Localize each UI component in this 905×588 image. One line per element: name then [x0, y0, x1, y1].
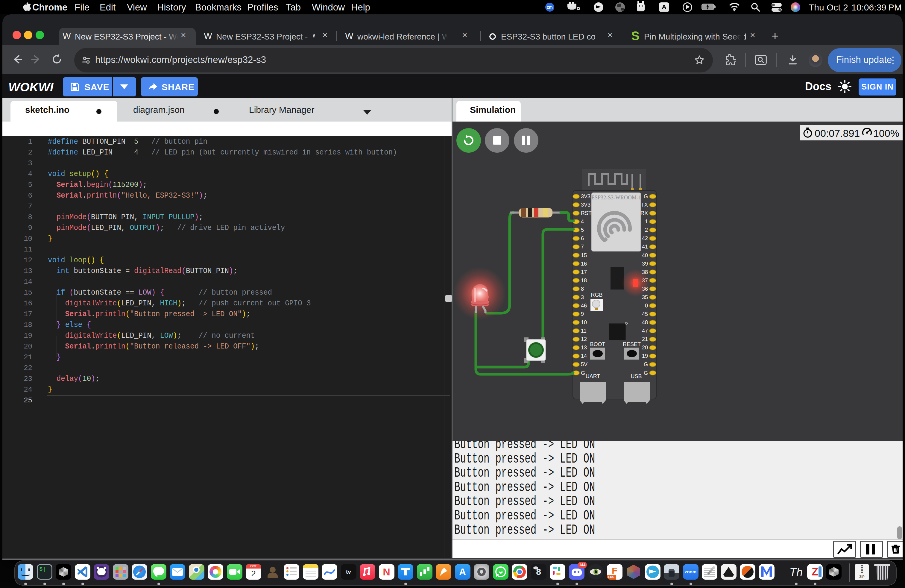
svg-text:46: 46 [581, 303, 587, 309]
svg-text:3V3: 3V3 [581, 194, 591, 199]
svg-text:G: G [581, 370, 585, 376]
svg-text:7: 7 [581, 244, 584, 250]
svg-text:47: 47 [642, 328, 648, 334]
svg-text:ESP32-S3-WROOM-1: ESP32-S3-WROOM-1 [591, 195, 641, 200]
svg-text:18: 18 [581, 278, 587, 283]
svg-text:11: 11 [581, 328, 587, 334]
svg-text:48: 48 [642, 319, 648, 326]
svg-text:USB: USB [630, 373, 641, 379]
svg-text:TX: TX [641, 202, 648, 208]
svg-text:5: 5 [581, 227, 584, 233]
svg-text:19: 19 [642, 353, 648, 359]
svg-text:39: 39 [642, 261, 648, 267]
svg-text:42: 42 [642, 235, 648, 241]
svg-text:14: 14 [581, 353, 587, 359]
svg-text:40: 40 [642, 253, 648, 258]
svg-text:RGB: RGB [591, 292, 602, 298]
svg-text:G: G [644, 370, 648, 376]
svg-text:16: 16 [581, 261, 587, 267]
svg-text:0: 0 [645, 303, 648, 309]
svg-text:5V: 5V [581, 361, 587, 367]
svg-text:9: 9 [581, 311, 584, 317]
svg-text:8: 8 [581, 286, 584, 292]
svg-text:35: 35 [642, 294, 648, 300]
svg-text:RESET: RESET [623, 341, 641, 347]
svg-text:4: 4 [581, 219, 584, 224]
svg-text:10: 10 [581, 319, 587, 326]
svg-text:RX: RX [640, 210, 648, 216]
svg-text:UART: UART [586, 373, 600, 379]
svg-text:G: G [644, 194, 648, 199]
svg-text:45: 45 [642, 311, 648, 317]
svg-text:12: 12 [581, 336, 587, 342]
svg-text:RST: RST [581, 210, 592, 216]
svg-text:41: 41 [642, 244, 648, 250]
svg-text:BOOT: BOOT [590, 341, 605, 347]
svg-text:21: 21 [642, 336, 648, 342]
svg-text:G: G [644, 361, 648, 367]
svg-text:13: 13 [581, 345, 587, 351]
svg-text:3: 3 [581, 294, 584, 300]
svg-text:17: 17 [581, 269, 587, 275]
svg-text:3V3: 3V3 [581, 202, 591, 208]
svg-text:1: 1 [645, 219, 648, 224]
svg-text:6: 6 [581, 235, 584, 241]
svg-text:15: 15 [581, 253, 587, 258]
svg-text:20: 20 [642, 345, 648, 351]
svg-text:2: 2 [645, 227, 648, 233]
